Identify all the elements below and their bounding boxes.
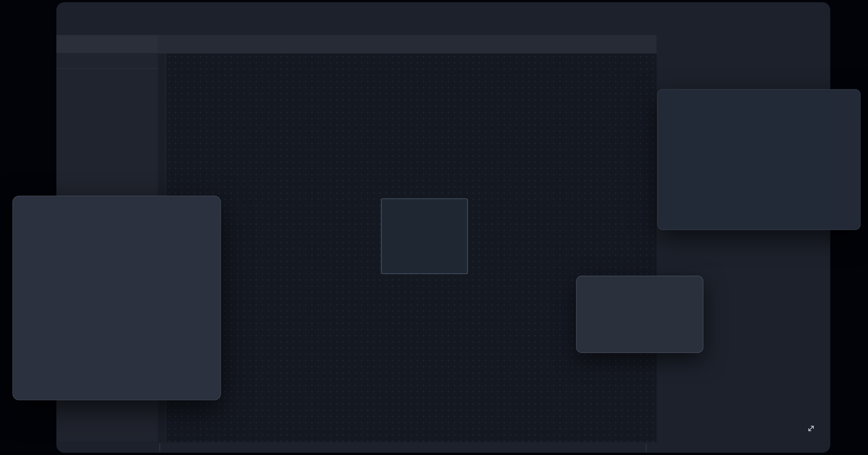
divider [646, 444, 646, 451]
bottombar [56, 442, 830, 453]
chart-type-popup [12, 196, 221, 400]
component-tabbar [158, 35, 656, 53]
stage [0, 0, 868, 455]
table-resize-icon[interactable] [806, 423, 816, 433]
topbar [56, 2, 830, 35]
layers-panel-title [56, 35, 158, 53]
mini-chart-popup [576, 276, 703, 353]
series-slider-card [657, 89, 861, 230]
layers-toolbar [56, 53, 158, 69]
divider [160, 444, 160, 451]
chart-legend [274, 317, 597, 333]
chart-tooltip [381, 199, 468, 274]
